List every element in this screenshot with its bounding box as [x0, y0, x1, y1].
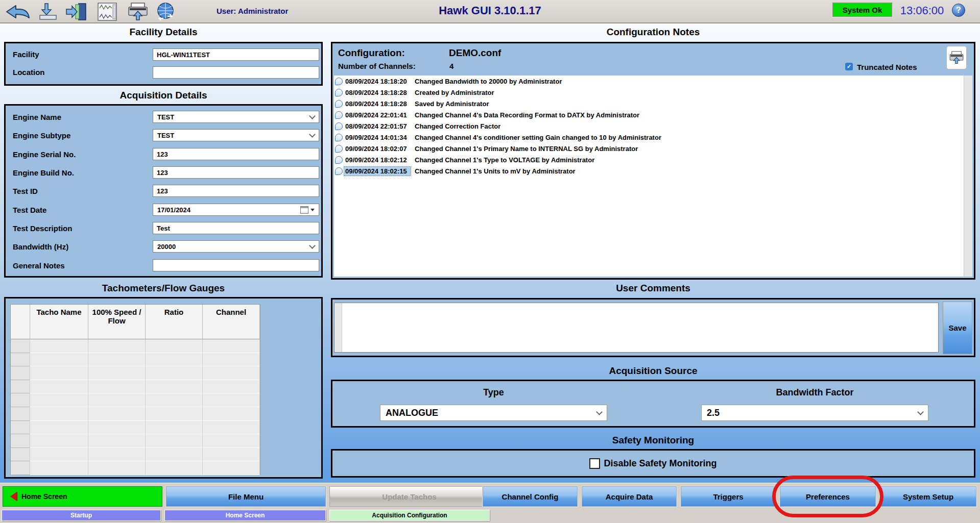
list-item[interactable]: 08/09/2024 22:01:57Changed Correction Fa…: [334, 120, 972, 132]
tab-home-screen[interactable]: Home Screen: [164, 510, 326, 521]
facility-label: Facility: [13, 50, 39, 59]
test-description-label: Test Description: [13, 224, 72, 233]
note-timestamp: 08/09/2024 18:18:28: [344, 88, 411, 97]
list-item[interactable]: 08/09/2024 18:18:20Changed Bandwidth to …: [334, 76, 972, 87]
table-row[interactable]: [11, 461, 260, 475]
home-screen-button[interactable]: Home Screen: [3, 486, 162, 507]
table-row[interactable]: [11, 380, 260, 394]
location-label: Location: [13, 68, 45, 77]
bandwidth-select[interactable]: 20000: [153, 240, 319, 253]
table-row[interactable]: [11, 421, 260, 435]
user-label: User: Administrator: [217, 7, 288, 15]
scrollbar[interactable]: [334, 303, 342, 352]
table-row[interactable]: [11, 407, 260, 421]
tacho-title: Tachometers/Flow Gauges: [4, 283, 323, 294]
configuration-value: DEMO.conf: [449, 47, 501, 59]
test-description-input[interactable]: [153, 222, 319, 234]
list-item-selected[interactable]: 09/09/2024 18:02:15Changed Channel 1's U…: [334, 165, 972, 177]
acquisition-source-panel: Type ANALOGUE Bandwidth Factor 2.5: [331, 380, 975, 428]
test-date-value: 17/01/2024: [157, 206, 190, 214]
test-date-label: Test Date: [13, 206, 46, 214]
engine-name-select[interactable]: TEST: [153, 111, 319, 123]
table-row[interactable]: [11, 448, 260, 462]
acquisition-details-title: Acquisition Details: [4, 90, 323, 101]
disable-safety-label: Disable Safety Monitoring: [604, 458, 716, 469]
list-item[interactable]: 09/09/2024 18:02:12Changed Channel 1's T…: [334, 154, 972, 165]
note-timestamp: 09/09/2024 18:02:12: [344, 156, 411, 164]
table-row[interactable]: [11, 353, 260, 367]
table-row[interactable]: [11, 434, 260, 448]
source-type-select[interactable]: ANALOGUE: [380, 405, 607, 421]
config-notes-list[interactable]: 08/09/2024 18:18:20Changed Bandwidth to …: [334, 76, 972, 277]
save-button[interactable]: Save: [943, 302, 972, 354]
tacho-col-ratio: Ratio: [146, 305, 203, 339]
list-item[interactable]: 08/09/2024 18:18:28Saved by Administrato…: [334, 98, 972, 109]
location-input[interactable]: [153, 66, 319, 79]
bandwidth-factor-select[interactable]: 2.5: [701, 405, 928, 421]
test-date-picker[interactable]: 17/01/2024: [153, 204, 319, 216]
chevron-down-icon: [917, 409, 924, 415]
engine-name-value: TEST: [157, 113, 174, 121]
config-notes-title: Configuration Notes: [331, 27, 975, 38]
scrollbar[interactable]: [964, 76, 972, 277]
chevron-down-icon: [309, 131, 316, 138]
note-timestamp: 08/09/2024 18:18:28: [344, 99, 411, 108]
note-text: Changed Channel 4's Data Recording Forma…: [415, 111, 639, 119]
preferences-button[interactable]: Preferences: [780, 486, 876, 507]
system-setup-button[interactable]: System Setup: [880, 486, 976, 507]
engine-subtype-label: Engine Subtype: [13, 131, 70, 140]
test-id-input[interactable]: [153, 185, 319, 197]
table-row[interactable]: [11, 339, 260, 353]
tacho-col-selector: [11, 305, 30, 339]
printer-icon: [949, 50, 964, 65]
main-content: Facility Details Facility Location Acqui…: [0, 23, 980, 483]
safety-monitoring-title: Safety Monitoring: [331, 435, 975, 446]
info-icon: [335, 134, 343, 141]
engine-subtype-select[interactable]: TEST: [153, 129, 319, 141]
list-item[interactable]: 08/09/2024 18:18:28Created by Administra…: [334, 87, 972, 98]
truncated-notes-checkbox[interactable]: [845, 63, 853, 70]
engine-serial-input[interactable]: [153, 148, 319, 160]
table-row[interactable]: [11, 366, 260, 380]
bandwidth-value: 20000: [157, 243, 176, 251]
user-comments-panel: Save: [331, 298, 975, 357]
note-timestamp: 08/09/2024 22:01:57: [344, 122, 411, 131]
channel-config-button[interactable]: Channel Config: [483, 486, 578, 507]
note-text: Changed Bandwidth to 20000 by Administra…: [415, 78, 562, 85]
back-icon[interactable]: [3, 2, 33, 21]
file-menu-button[interactable]: File Menu: [166, 486, 326, 507]
note-text: Changed Channel 4's conditioner setting …: [415, 134, 661, 141]
info-icon: [335, 78, 343, 85]
note-timestamp: 08/09/2024 22:01:41: [344, 111, 411, 119]
tacho-table[interactable]: Tacho Name 100% Speed / Flow Ratio Chann…: [10, 304, 260, 475]
tab-startup[interactable]: Startup: [2, 510, 161, 521]
table-row[interactable]: [11, 393, 260, 407]
tab-acquisition-configuration[interactable]: Acquisition Configuration: [329, 510, 490, 521]
list-item[interactable]: 09/09/2024 18:02:07Changed Channel 1's P…: [334, 143, 972, 154]
help-icon[interactable]: ?: [952, 4, 965, 17]
print-notes-button[interactable]: [946, 46, 967, 69]
source-type-value: ANALOGUE: [386, 408, 438, 418]
triggers-button[interactable]: Triggers: [681, 486, 776, 507]
general-notes-input[interactable]: [153, 259, 319, 271]
hawk-gui-window: User: Administrator Hawk GUI 3.10.1.17 S…: [0, 0, 980, 523]
exit-icon[interactable]: [63, 2, 91, 21]
acquire-data-button[interactable]: Acquire Data: [582, 486, 677, 507]
tacho-table-header: Tacho Name 100% Speed / Flow Ratio Chann…: [11, 305, 260, 339]
list-item[interactable]: 08/09/2024 22:01:41Changed Channel 4's D…: [334, 109, 972, 120]
engine-build-input[interactable]: [153, 166, 319, 179]
facility-input[interactable]: [153, 48, 319, 61]
print-icon[interactable]: [126, 2, 150, 21]
export-icon[interactable]: [36, 2, 60, 21]
user-comments-textarea[interactable]: [342, 303, 938, 352]
list-item[interactable]: 09/09/2024 14:01:34Changed Channel 4's c…: [334, 132, 972, 143]
source-type-label: Type: [380, 387, 607, 398]
safety-monitoring-panel: Disable Safety Monitoring: [331, 449, 975, 478]
facility-details-title: Facility Details: [4, 27, 323, 38]
network-icon[interactable]: [153, 2, 178, 21]
disable-safety-checkbox[interactable]: [589, 458, 600, 469]
info-icon: [335, 122, 343, 130]
data-view-icon[interactable]: [94, 2, 121, 21]
truncated-notes-label: Truncated Notes: [857, 63, 917, 71]
update-tachos-button: Update Tachos: [329, 486, 489, 507]
